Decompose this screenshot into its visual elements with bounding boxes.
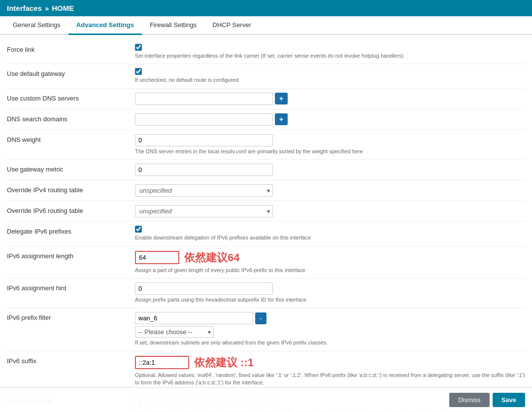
label-use-default-gateway: Use default gateway: [7, 68, 135, 77]
row-override-ipv4: Override IPv4 routing table unspecified: [7, 180, 525, 201]
label-ipv6-assignment-hint: IPv6 assignment hint: [7, 282, 135, 292]
control-override-ipv6: unspecified: [135, 205, 525, 217]
row-ipv6-assignment-length: IPv6 assignment length 依然建议64 Assign a p…: [7, 246, 525, 278]
tab-dhcp-server[interactable]: DHCP Server: [204, 16, 259, 35]
btn-add-dns-search-domain[interactable]: +: [275, 113, 288, 125]
control-ipv6-suffix: 依然建议 ::1 Optional. Allowed values: 'eui6…: [135, 355, 525, 387]
label-override-ipv4: Override IPv4 routing table: [7, 184, 135, 194]
label-dns-search-domains: DNS search domains: [7, 113, 135, 123]
control-ipv6-assignment-hint: Assign prefix parts using this hexadecim…: [135, 282, 525, 304]
label-dns-weight: DNS weight: [7, 134, 135, 143]
row-force-link: Force link Set interface properties rega…: [7, 40, 525, 64]
tab-firewall-settings[interactable]: Firewall Settings: [142, 16, 204, 35]
select-please-choose[interactable]: -- Please choose --: [135, 326, 214, 338]
btn-dismiss[interactable]: Dismiss: [449, 393, 490, 407]
control-dns-search-domains: +: [135, 113, 525, 126]
input-dns-weight[interactable]: [135, 134, 273, 146]
row-override-ipv6: Override IPv6 routing table unspecified: [7, 201, 525, 222]
hint-delegate-ipv6: Enable downstream delegation of IPv6 pre…: [135, 234, 525, 241]
breadcrumb-home: HOME: [52, 4, 74, 12]
hint-ipv6-assignment-hint: Assign prefix parts using this hexadecim…: [135, 296, 525, 304]
row-ipv6-prefix-filter: IPv6 prefix filter - -- Please choose --…: [7, 308, 525, 351]
control-ipv6-prefix-filter: - -- Please choose -- If set, downstream…: [135, 312, 525, 346]
label-force-link: Force link: [7, 44, 135, 53]
row-ipv6-assignment-hint: IPv6 assignment hint Assign prefix parts…: [7, 278, 525, 308]
input-dns-search-domains[interactable]: [135, 113, 273, 126]
row-dns-search-domains: DNS search domains +: [7, 109, 525, 130]
input-ipv6-prefix-filter[interactable]: [135, 312, 253, 324]
input-ipv6-assignment-length[interactable]: [135, 251, 179, 264]
row-delegate-ipv6: Delegate IPv6 prefixes Enable downstream…: [7, 222, 525, 246]
input-ipv6-suffix[interactable]: [135, 356, 189, 369]
annotation-ipv6-length: 依然建议64: [184, 250, 239, 265]
select-override-ipv6[interactable]: unspecified: [135, 205, 273, 217]
hint-use-default-gateway: If unchecked, no default route is config…: [135, 76, 525, 84]
breadcrumb-separator: »: [45, 4, 49, 12]
label-gateway-metric: Use gateway metric: [7, 164, 135, 173]
input-gateway-metric[interactable]: [135, 164, 273, 176]
control-delegate-ipv6: Enable downstream delegation of IPv6 pre…: [135, 226, 525, 241]
row-use-custom-dns: Use custom DNS servers +: [7, 89, 525, 109]
label-delegate-ipv6: Delegate IPv6 prefixes: [7, 226, 135, 235]
hint-force-link: Set interface properties regardless of t…: [135, 52, 525, 60]
input-custom-dns[interactable]: [135, 93, 273, 105]
btn-save[interactable]: Save: [493, 393, 525, 407]
label-ipv6-prefix-filter: IPv6 prefix filter: [7, 312, 135, 321]
row-dns-weight: DNS weight The DNS server entries in the…: [7, 130, 525, 160]
page-header: Interfaces » HOME: [0, 0, 532, 16]
label-use-custom-dns: Use custom DNS servers: [7, 93, 135, 102]
control-force-link: Set interface properties regardless of t…: [135, 44, 525, 60]
btn-remove-prefix-filter[interactable]: -: [255, 312, 266, 324]
label-ipv6-suffix: IPv6 suffix: [7, 355, 135, 365]
hint-dns-weight: The DNS server entries in the local reso…: [135, 148, 525, 155]
control-use-custom-dns: +: [135, 93, 525, 105]
tab-bar: General Settings Advanced Settings Firew…: [0, 16, 532, 35]
settings-content: Force link Set interface properties rega…: [0, 35, 532, 412]
hint-ipv6-suffix: Optional. Allowed values: 'eui64', 'rand…: [135, 372, 525, 387]
bottom-action-bar: Dismiss Save: [0, 387, 532, 412]
row-ipv6-suffix: IPv6 suffix 依然建议 ::1 Optional. Allowed v…: [7, 351, 525, 391]
row-gateway-metric: Use gateway metric: [7, 160, 525, 180]
hint-ipv6-prefix-filter: If set, downstream subnets are only allo…: [135, 339, 525, 346]
breadcrumb-interfaces[interactable]: Interfaces: [7, 4, 42, 12]
tab-general-settings[interactable]: General Settings: [5, 16, 68, 35]
label-ipv6-assignment-length: IPv6 assignment length: [7, 250, 135, 260]
annotation-ipv6-suffix: 依然建议 ::1: [194, 355, 254, 370]
tab-advanced-settings[interactable]: Advanced Settings: [68, 16, 142, 35]
input-ipv6-assignment-hint[interactable]: [135, 282, 273, 295]
checkbox-delegate-ipv6[interactable]: [135, 226, 142, 233]
control-dns-weight: The DNS server entries in the local reso…: [135, 134, 525, 155]
label-override-ipv6: Override IPv6 routing table: [7, 205, 135, 214]
btn-add-custom-dns[interactable]: +: [275, 93, 288, 104]
control-override-ipv4: unspecified: [135, 184, 525, 197]
control-gateway-metric: [135, 164, 525, 176]
control-use-default-gateway: If unchecked, no default route is config…: [135, 68, 525, 84]
row-use-default-gateway: Use default gateway If unchecked, no def…: [7, 64, 525, 88]
control-ipv6-assignment-length: 依然建议64 Assign a part of given length of …: [135, 250, 525, 274]
select-override-ipv4[interactable]: unspecified: [135, 184, 273, 197]
hint-ipv6-assignment-length: Assign a part of given length of every p…: [135, 267, 525, 274]
checkbox-force-link[interactable]: [135, 44, 142, 51]
checkbox-use-default-gateway[interactable]: [135, 68, 142, 75]
